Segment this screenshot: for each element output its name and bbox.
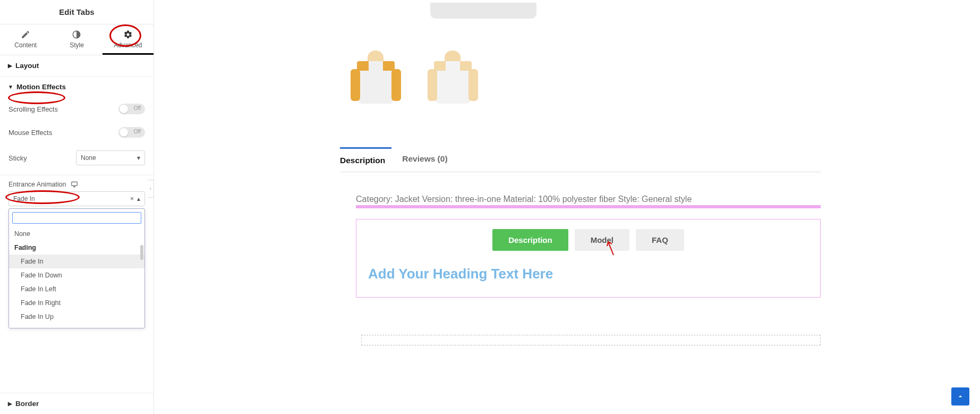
entrance-animation-select[interactable]: Fade In × ▴ xyxy=(8,191,145,206)
section-layout[interactable]: ▶ Layout xyxy=(0,55,154,76)
sticky-value: None xyxy=(81,154,96,162)
clear-icon[interactable]: × xyxy=(130,195,134,202)
pencil-icon xyxy=(21,30,30,39)
entrance-dropdown: None Fading Fade In Fade In Down Fade In… xyxy=(8,208,145,328)
sticky-select[interactable]: None ▾ xyxy=(76,150,145,165)
widget-tab-description[interactable]: Description xyxy=(492,229,568,251)
tab-advanced[interactable]: Advanced xyxy=(103,24,154,55)
caret-down-icon: ▼ xyxy=(8,84,13,90)
drop-option-fade-in-left[interactable]: Fade In Left xyxy=(9,282,144,296)
sticky-label: Sticky xyxy=(8,154,27,162)
tab-style[interactable]: Style xyxy=(51,24,102,55)
section-motion-effects[interactable]: ▼ Motion Effects xyxy=(0,77,154,97)
mouse-effects-label: Mouse Effects xyxy=(8,129,52,137)
gear-icon xyxy=(123,30,133,39)
product-thumbnails xyxy=(345,43,980,117)
scrolling-toggle-state: Off xyxy=(134,105,141,111)
caret-right-icon: ▶ xyxy=(8,401,12,407)
entrance-animation-label: Entrance Animation xyxy=(8,181,66,188)
preview-canvas: Description Reviews (0) Category: Jacket… xyxy=(154,0,980,414)
widget-tab-model[interactable]: Model xyxy=(575,229,629,251)
mouse-effects-toggle[interactable]: Off xyxy=(118,127,145,138)
desktop-icon[interactable] xyxy=(70,181,79,188)
sidebar-collapse-handle[interactable]: ‹ xyxy=(148,180,154,198)
dropdown-search-input[interactable] xyxy=(12,212,141,224)
tab-content-label: Content xyxy=(14,41,37,49)
drop-option-fade-in-down[interactable]: Fade In Down xyxy=(9,268,144,282)
drop-group-fading: Fading xyxy=(9,241,144,255)
editor-sidebar: Edit Tabs Content Style Advanced ▶ Layou… xyxy=(0,0,154,414)
chevron-down-icon: ▾ xyxy=(137,154,140,162)
section-layout-label: Layout xyxy=(15,62,39,70)
divider-bar xyxy=(356,205,821,208)
section-border[interactable]: ▶ Border xyxy=(0,393,154,414)
tab-style-label: Style xyxy=(70,41,84,49)
section-border-label: Border xyxy=(15,400,39,408)
contrast-icon xyxy=(72,30,81,39)
thumbnail-front[interactable] xyxy=(345,43,406,117)
heading-placeholder[interactable]: Add Your Heading Text Here xyxy=(356,258,820,284)
drop-option-fade-in-right[interactable]: Fade In Right xyxy=(9,296,144,310)
drop-option-none[interactable]: None xyxy=(9,227,144,241)
product-tab-description[interactable]: Description xyxy=(340,147,391,172)
svg-rect-1 xyxy=(72,182,78,185)
drop-group-zooming: Zooming xyxy=(9,324,144,328)
chevron-up-icon: ▴ xyxy=(137,195,140,202)
tabs-widget[interactable]: Description Model FAQ Add Your Heading T… xyxy=(356,219,821,298)
sidebar-title: Edit Tabs xyxy=(0,0,154,24)
dropdown-list[interactable]: None Fading Fade In Fade In Down Fade In… xyxy=(9,227,144,328)
caret-right-icon: ▶ xyxy=(8,63,12,69)
product-tabs: Description Reviews (0) xyxy=(340,149,821,172)
scroll-to-top-button[interactable] xyxy=(951,387,969,405)
category-text: Category: Jacket Version: three-in-one M… xyxy=(356,195,821,204)
tab-advanced-label: Advanced xyxy=(114,41,142,49)
chevron-up-icon xyxy=(956,392,965,401)
drop-option-fade-in[interactable]: Fade In xyxy=(9,255,144,268)
scrolling-effects-toggle[interactable]: Off xyxy=(118,104,145,114)
thumbnail-back[interactable] xyxy=(422,43,483,117)
scrolling-effects-label: Scrolling Effects xyxy=(8,105,58,113)
mouse-toggle-state: Off xyxy=(134,129,141,134)
widget-tab-faq[interactable]: FAQ xyxy=(636,229,684,251)
tab-content[interactable]: Content xyxy=(0,24,51,55)
entrance-value: Fade In xyxy=(13,195,35,202)
section-motion-label: Motion Effects xyxy=(16,83,66,91)
dropdown-scrollbar[interactable] xyxy=(140,245,143,260)
product-main-image xyxy=(420,0,547,19)
product-tab-reviews[interactable]: Reviews (0) xyxy=(402,149,454,172)
editor-tabs: Content Style Advanced xyxy=(0,24,154,55)
drop-zone[interactable] xyxy=(361,335,821,345)
drop-option-fade-in-up[interactable]: Fade In Up xyxy=(9,310,144,324)
